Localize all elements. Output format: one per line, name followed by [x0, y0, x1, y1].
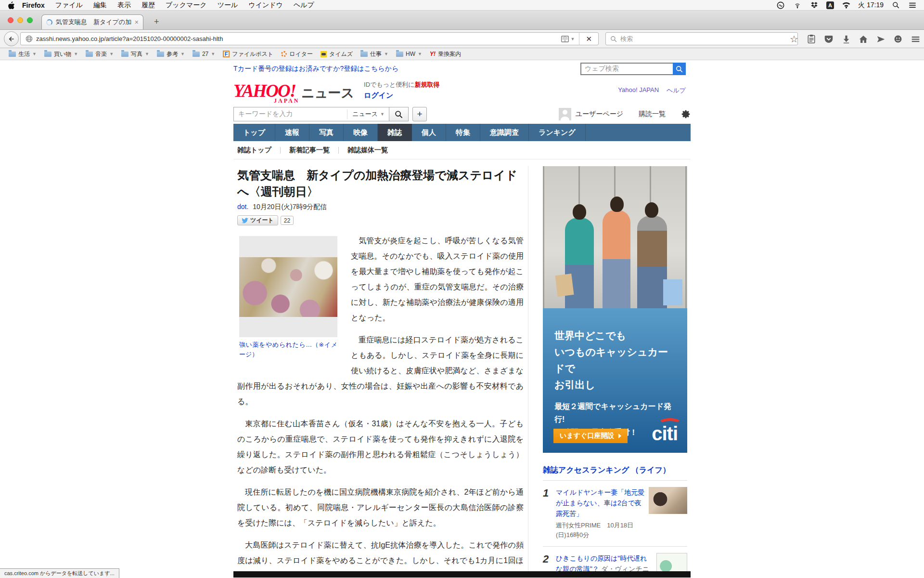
settings-gear-icon[interactable]: [681, 109, 691, 119]
tab-flash[interactable]: 速報: [275, 124, 309, 141]
menu-hamburger-icon[interactable]: [911, 34, 920, 44]
filepost-icon: F: [223, 51, 230, 57]
bookmark-folder-work[interactable]: 仕事▼: [357, 50, 392, 58]
site-identity-globe-icon[interactable]: [26, 35, 33, 42]
article-image-caption-link[interactable]: 強い薬をやめられたら…（※イメージ）: [239, 340, 337, 359]
tab-loading-spinner-icon: [46, 19, 52, 26]
subnav-magazine-list[interactable]: 雑誌媒体一覧: [339, 146, 397, 155]
bookmark-times[interactable]: タイムズ: [317, 50, 357, 58]
bookmark-folder-27[interactable]: 27▼: [189, 51, 219, 57]
bookmark-reuters[interactable]: ロイター: [277, 50, 317, 58]
minimize-window-button[interactable]: [17, 17, 23, 23]
footer-strip: [233, 571, 691, 578]
user-page-link[interactable]: ユーザーページ: [576, 110, 623, 118]
tweet-count-badge[interactable]: 22: [281, 216, 294, 225]
tab-ranking[interactable]: ランキング: [529, 124, 586, 141]
creative-cloud-icon[interactable]: [776, 0, 785, 10]
tweet-button[interactable]: ツイート: [237, 215, 278, 225]
menubar-item-window[interactable]: ウインドウ: [243, 1, 288, 10]
article-body: 強い薬をやめられたら…（※イメージ） 気管支が炎症を起こし、呼吸が苦しくなる気管…: [237, 233, 528, 578]
bookmark-folder-reference[interactable]: 参考▼: [153, 50, 189, 58]
add-search-tab-button[interactable]: +: [412, 107, 427, 121]
yahoo-japan-link[interactable]: Yahoo! JAPAN: [618, 86, 659, 95]
signup-link[interactable]: 新規取得: [415, 81, 440, 88]
subnav-magazine-top[interactable]: 雑誌トップ: [233, 146, 280, 155]
browser-search-field[interactable]: 検索: [605, 32, 798, 45]
tab-survey[interactable]: 意識調査: [480, 124, 529, 141]
menubar-item-edit[interactable]: 編集: [88, 1, 112, 10]
user-avatar[interactable]: [559, 108, 571, 120]
menubar-item-bookmarks[interactable]: ブックマーク: [160, 1, 212, 10]
home-icon[interactable]: [859, 34, 868, 44]
ad-figure: [603, 210, 630, 308]
menubar-item-firefox[interactable]: Firefox: [18, 1, 50, 9]
help-link[interactable]: ヘルプ: [667, 86, 686, 95]
web-search-input[interactable]: ウェブ検索: [580, 63, 673, 75]
wireless-signal-icon[interactable]: [793, 0, 802, 10]
menubar-item-view[interactable]: 表示: [112, 1, 136, 10]
url-text[interactable]: zasshi.news.yahoo.co.jp/article?a=201510…: [36, 35, 557, 42]
bookmark-folder-photo[interactable]: 写真▼: [117, 50, 153, 58]
news-search-category-dropdown[interactable]: ニュース▼: [347, 109, 389, 119]
apple-menu-icon[interactable]: [8, 1, 15, 9]
login-link[interactable]: ログイン: [364, 91, 393, 99]
hello-smiley-icon[interactable]: [893, 34, 903, 44]
bookmark-filepost[interactable]: Fファイルポスト: [219, 50, 277, 58]
browser-tab[interactable]: 気管支喘息 新タイプの加... ×: [41, 14, 143, 29]
pocket-icon[interactable]: [824, 34, 834, 44]
bookmark-folder-hw[interactable]: HW▼: [392, 51, 426, 57]
tab-personal[interactable]: 個人: [412, 124, 446, 141]
ad-headline-line3: お引出し: [554, 377, 676, 393]
share-icon[interactable]: [876, 34, 886, 44]
notification-center-icon[interactable]: [908, 0, 917, 10]
web-search-button[interactable]: [673, 63, 686, 75]
article-image[interactable]: [239, 236, 337, 337]
menubar-item-tools[interactable]: ツール: [212, 1, 244, 10]
tab-close-icon[interactable]: ×: [135, 18, 139, 26]
tab-photo[interactable]: 写真: [309, 124, 344, 141]
zoom-window-button[interactable]: [27, 17, 33, 23]
bookmark-transit[interactable]: Y!乗換案内: [426, 50, 465, 58]
dropbox-icon[interactable]: [809, 0, 819, 10]
ranking-article-source: 週刊女性PRIME 10月18日(日)16時0分: [556, 521, 645, 540]
article-source-link[interactable]: dot.: [237, 203, 248, 210]
stop-loading-button[interactable]: ✕: [579, 33, 598, 45]
subnav-new-articles[interactable]: 新着記事一覧: [281, 146, 338, 155]
back-button[interactable]: [4, 31, 19, 46]
tab-video[interactable]: 映像: [344, 124, 378, 141]
open-account-button[interactable]: いますぐ口座開設: [553, 429, 628, 443]
tcard-notice-link[interactable]: Tカード番号の登録はお済みですか?登録はこちらから: [233, 65, 398, 72]
downloads-icon[interactable]: [841, 34, 851, 44]
menubar-item-history[interactable]: 履歴: [136, 1, 160, 10]
bookmark-folder-music[interactable]: 音楽▼: [82, 50, 117, 58]
news-search-input[interactable]: キーワードを入力 ニュース▼: [233, 107, 389, 121]
ranking-title-link[interactable]: 雑誌アクセスランキング （ライフ）: [543, 465, 687, 481]
tab-top[interactable]: トップ: [233, 124, 275, 141]
ranking-thumbnail[interactable]: [649, 487, 687, 514]
bookmarks-toolbar: 生活▼ 買い物▼ 音楽▼ 写真▼ 参考▼ 27▼ Fファイルポスト ロイター タ…: [0, 48, 924, 60]
close-window-button[interactable]: [8, 17, 13, 23]
tab-feature[interactable]: 特集: [446, 124, 480, 141]
input-source-icon[interactable]: A: [826, 1, 834, 9]
wifi-icon[interactable]: [841, 0, 851, 10]
new-tab-button[interactable]: +: [150, 17, 163, 27]
menubar-clock[interactable]: 火 17:19: [858, 1, 884, 10]
url-bar[interactable]: zasshi.news.yahoo.co.jp/article?a=201510…: [20, 32, 599, 45]
reader-mode-button[interactable]: ▼: [557, 36, 579, 42]
ranking-article-link[interactable]: マイルドヤンキー妻「地元愛が止まらない、車は2台で夜露死苦」: [556, 488, 644, 517]
bookmarks-menu-icon[interactable]: [807, 34, 816, 44]
bookmark-star-icon[interactable]: ☆: [789, 34, 799, 44]
article-byline: dot. 10月20日(火)7時9分配信: [237, 203, 528, 211]
tab-magazine[interactable]: 雑誌: [378, 124, 412, 141]
menubar-item-help[interactable]: ヘルプ: [288, 1, 320, 10]
news-search-button[interactable]: [389, 107, 409, 121]
yahoo-news-logo[interactable]: YAHOO! JAPAN ニュース: [233, 82, 354, 100]
subscriptions-link[interactable]: 購読一覧: [639, 110, 666, 118]
reader-dropdown-caret-icon[interactable]: ▼: [571, 37, 575, 41]
menubar-item-file[interactable]: ファイル: [50, 1, 88, 10]
bookmark-folder-life[interactable]: 生活▼: [5, 50, 40, 58]
sidebar-column: 世界中どこでも いつものキャッシュカードで お引出し 最短２週間でキャッシュカー…: [543, 166, 687, 578]
citi-ad-banner[interactable]: 世界中どこでも いつものキャッシュカードで お引出し 最短２週間でキャッシュカー…: [543, 166, 687, 453]
bookmark-folder-shopping[interactable]: 買い物▼: [40, 50, 82, 58]
spotlight-icon[interactable]: [891, 0, 900, 10]
